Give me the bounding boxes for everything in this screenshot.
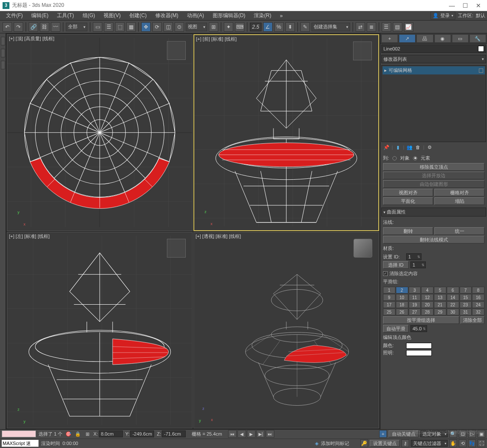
coord-y[interactable]: -249.6cm bbox=[130, 430, 154, 437]
toggle-ribbon-button[interactable]: ▤ bbox=[393, 22, 402, 32]
viewcube[interactable] bbox=[167, 239, 186, 258]
set-id-spinner[interactable]: 1 bbox=[406, 253, 422, 260]
smoothing-group-4[interactable]: 4 bbox=[421, 287, 434, 294]
prev-frame-button[interactable]: ◀ bbox=[238, 430, 246, 438]
selection-filter[interactable]: 全部 bbox=[66, 23, 87, 31]
unify-normals-button[interactable]: 统一 bbox=[434, 227, 484, 235]
viewcube[interactable] bbox=[353, 239, 372, 258]
mirror-button[interactable]: ⇄ bbox=[356, 22, 365, 32]
use-pivot-button[interactable]: ⊞ bbox=[209, 22, 218, 32]
smoothing-group-16[interactable]: 16 bbox=[472, 294, 484, 301]
undo-button[interactable]: ↶ bbox=[3, 22, 12, 32]
rect-select-button[interactable]: ⬚ bbox=[115, 22, 125, 32]
smoothing-group-8[interactable]: 8 bbox=[472, 287, 484, 294]
smoothing-group-10[interactable]: 10 bbox=[396, 294, 408, 301]
surface-properties-rollout[interactable]: 曲面属性 bbox=[381, 208, 486, 217]
flip-normal-mode-button[interactable]: 翻转法线模式 bbox=[383, 236, 484, 243]
bind-space-warp-button[interactable]: 〰 bbox=[51, 22, 60, 32]
nav-fov-button[interactable]: ▷ bbox=[468, 430, 476, 438]
workspace-value[interactable]: 默认 bbox=[476, 12, 485, 19]
menu-rendering[interactable]: 渲染(R) bbox=[249, 11, 276, 20]
key-target-dropdown[interactable]: 选定对象 bbox=[420, 430, 448, 437]
key-filter-dropdown[interactable]: 关键点过滤器 bbox=[411, 440, 448, 447]
strip-item[interactable] bbox=[1, 37, 5, 45]
redo-button[interactable]: ↷ bbox=[14, 22, 23, 32]
unlink-button[interactable]: ⛓ bbox=[40, 22, 49, 32]
smoothing-group-32[interactable]: 32 bbox=[472, 309, 484, 315]
smoothing-group-17[interactable]: 17 bbox=[383, 301, 395, 308]
smoothing-group-14[interactable]: 14 bbox=[447, 294, 459, 301]
viewport-left[interactable]: [+] [左] [标准] [线框] bbox=[7, 232, 193, 429]
smoothing-group-19[interactable]: 19 bbox=[409, 301, 421, 308]
select-id-button[interactable]: 选择 ID bbox=[383, 261, 409, 269]
pin-stack-button[interactable]: 📌 bbox=[383, 144, 390, 151]
link-button[interactable]: 🔗 bbox=[29, 22, 38, 32]
motion-tab[interactable]: ◉ bbox=[434, 34, 451, 43]
object-color-swatch[interactable] bbox=[478, 46, 484, 52]
smoothing-group-12[interactable]: 12 bbox=[421, 294, 434, 301]
menu-file[interactable]: 文件(F) bbox=[2, 11, 27, 20]
strip-item[interactable] bbox=[1, 49, 5, 57]
align-button[interactable]: ≣ bbox=[367, 22, 376, 32]
smoothing-group-25[interactable]: 25 bbox=[383, 309, 395, 315]
smoothing-group-7[interactable]: 7 bbox=[460, 287, 472, 294]
nav-zoom-all-button[interactable]: ⊡ bbox=[459, 430, 466, 438]
maximize-button[interactable]: ☐ bbox=[463, 2, 468, 9]
smoothing-group-9[interactable]: 9 bbox=[383, 294, 395, 301]
select-by-sg-button[interactable]: 按平滑组选择 bbox=[383, 316, 459, 324]
utilities-tab[interactable]: 🔧 bbox=[469, 34, 486, 43]
time-tag-icon[interactable]: ◈ bbox=[315, 441, 318, 446]
coord-x[interactable]: 8.0cm bbox=[99, 430, 123, 437]
smoothing-group-2[interactable]: 2 bbox=[396, 287, 408, 294]
create-tab[interactable]: + bbox=[381, 34, 398, 43]
smoothing-group-30[interactable]: 30 bbox=[447, 309, 459, 315]
smoothing-group-1[interactable]: 1 bbox=[383, 287, 395, 294]
close-button[interactable]: ✕ bbox=[476, 2, 481, 9]
select-id-spinner[interactable]: 1 bbox=[410, 261, 426, 268]
smoothing-group-13[interactable]: 13 bbox=[434, 294, 446, 301]
smoothing-group-23[interactable]: 23 bbox=[460, 301, 472, 308]
show-end-result-button[interactable]: ▮ bbox=[395, 144, 401, 151]
keyboard-shortcut-button[interactable]: ⌨ bbox=[235, 22, 244, 32]
smoothing-group-6[interactable]: 6 bbox=[447, 287, 459, 294]
key-mode-button[interactable]: + bbox=[379, 430, 387, 438]
menu-more[interactable]: » bbox=[276, 12, 287, 20]
viewport-top[interactable]: [+] [顶] [高质量] [线框] bbox=[7, 34, 193, 231]
coord-z[interactable]: -71.6cm bbox=[162, 430, 186, 437]
viewport-perspective[interactable]: [+] [透视] [标准] [线框] bbox=[193, 232, 379, 429]
key-filter-icon[interactable]: ⚷ bbox=[401, 439, 409, 447]
nav-pan-button[interactable]: ✋ bbox=[449, 439, 457, 447]
viewcube[interactable] bbox=[167, 41, 186, 60]
viewport-label[interactable]: [+] [透视] [标准] [线框] bbox=[196, 233, 241, 240]
transform-type-in-icon[interactable]: ⊞ bbox=[84, 430, 91, 437]
scale-button[interactable]: ◫ bbox=[163, 22, 173, 32]
play-button[interactable]: ▶ bbox=[247, 430, 255, 438]
placement-button[interactable]: ⊙ bbox=[175, 22, 184, 32]
make-unique-button[interactable]: 👥 bbox=[406, 144, 413, 151]
smoothing-group-22[interactable]: 22 bbox=[447, 301, 459, 308]
viewport-label[interactable]: [+] [顶] [高质量] [线框] bbox=[9, 36, 54, 42]
modifier-editable-mesh[interactable]: ▸ 可编辑网格 bbox=[383, 66, 485, 74]
select-object-button[interactable]: ▭ bbox=[93, 22, 102, 32]
window-crossing-button[interactable]: ▦ bbox=[126, 22, 136, 32]
select-by-name-button[interactable]: ☰ bbox=[104, 22, 113, 32]
spinner-snap-button[interactable]: ⬍ bbox=[285, 22, 295, 32]
expand-icon[interactable]: ▸ bbox=[384, 68, 387, 73]
angle-snap-button[interactable]: ∠ bbox=[263, 22, 273, 32]
menu-edit[interactable]: 编辑(E) bbox=[27, 11, 53, 20]
menu-tools[interactable]: 工具(T) bbox=[53, 11, 78, 20]
nav-max-toggle-button[interactable]: ⛶ bbox=[478, 439, 485, 447]
flip-normals-button[interactable]: 翻转 bbox=[383, 227, 433, 235]
modifier-toggle[interactable] bbox=[479, 68, 483, 73]
smoothing-group-18[interactable]: 18 bbox=[396, 301, 408, 308]
next-frame-button[interactable]: ▶| bbox=[256, 430, 265, 438]
smoothing-group-29[interactable]: 29 bbox=[434, 309, 446, 315]
smoothing-group-24[interactable]: 24 bbox=[472, 301, 484, 308]
smoothing-group-28[interactable]: 28 bbox=[421, 309, 434, 315]
minimize-button[interactable]: — bbox=[449, 2, 455, 9]
ref-coord-dropdown[interactable]: 视图 bbox=[186, 23, 207, 31]
set-key-button2[interactable]: 🔑 bbox=[360, 439, 368, 447]
menu-graph-editors[interactable]: 图形编辑器(D) bbox=[208, 11, 250, 20]
menu-views[interactable]: 视图(V) bbox=[99, 11, 125, 20]
modifier-stack[interactable]: ▸ 可编辑网格 bbox=[381, 65, 486, 142]
